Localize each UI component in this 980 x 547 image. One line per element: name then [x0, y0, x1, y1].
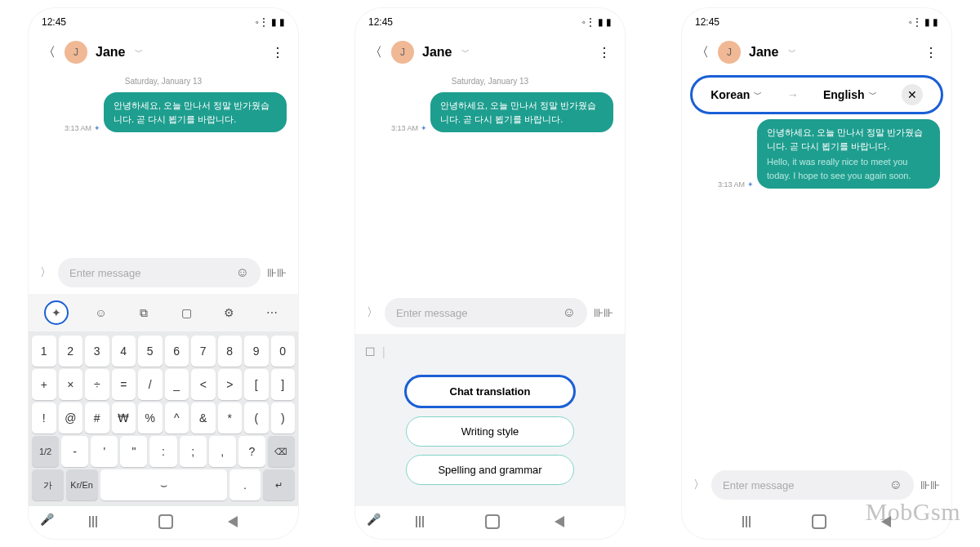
expand-icon[interactable]: 〉	[367, 305, 378, 320]
expand-icon[interactable]: 〉	[693, 478, 705, 492]
clipboard-button[interactable]: ▢	[176, 302, 197, 323]
source-language[interactable]: Korean﹀	[710, 88, 762, 101]
mic-icon[interactable]: 🎤	[40, 513, 54, 526]
back-button[interactable]	[881, 516, 891, 527]
key[interactable]: !	[32, 402, 56, 434]
key[interactable]: ×	[59, 369, 83, 400]
message-bubble[interactable]: 안녕하세요, 오늘 만나서 정말 반가웠습니다. 곧 다시 뵙기를 바랍니다.	[430, 92, 613, 132]
message-input[interactable]: Enter message ☺	[711, 470, 914, 500]
key[interactable]: ,	[209, 436, 236, 467]
contact-name[interactable]: Jane	[96, 45, 125, 60]
home-button[interactable]	[485, 514, 500, 529]
message-input-bar: 〉 Enter message ☺ ⊪⊪	[29, 251, 298, 294]
message-bubble[interactable]: 안녕하세요, 오늘 만나서 정말 반가웠습니다. 곧 다시 뵙기를 바랍니다.	[104, 92, 287, 132]
symbols-page-key[interactable]: 1/2	[32, 436, 59, 467]
avatar[interactable]: J	[391, 41, 414, 64]
key[interactable]: /	[138, 369, 163, 400]
key[interactable]: 3	[85, 336, 109, 367]
chevron-down-icon[interactable]: ﹀	[135, 47, 143, 58]
back-icon[interactable]: 〈	[695, 44, 710, 61]
key[interactable]: (	[244, 402, 269, 434]
recents-button[interactable]	[89, 516, 104, 527]
lang-key-2[interactable]: Kr/En	[66, 469, 98, 500]
recents-button[interactable]	[416, 516, 430, 527]
key[interactable]: 2	[59, 336, 83, 367]
sticker-button[interactable]: ⧉	[133, 302, 154, 323]
recents-button[interactable]	[742, 516, 757, 527]
message-bubble-translated[interactable]: 안녕하세요, 오늘 만나서 정말 반가웠습니다. 곧 다시 뵙기를 바랍니다. …	[757, 119, 940, 189]
close-button[interactable]: ✕	[902, 84, 923, 105]
contact-name[interactable]: Jane	[422, 45, 452, 60]
key[interactable]: 5	[138, 336, 163, 367]
emoji-icon[interactable]: ☺	[563, 305, 576, 320]
emoji-button[interactable]: ☺	[90, 302, 111, 323]
key[interactable]: "	[120, 436, 147, 467]
key[interactable]: ÷	[85, 369, 109, 400]
period-key[interactable]: .	[229, 469, 261, 500]
back-button[interactable]	[555, 516, 564, 527]
key[interactable]: :	[149, 436, 176, 467]
more-button[interactable]: ⋯	[261, 302, 283, 323]
key[interactable]: *	[218, 402, 243, 434]
enter-key[interactable]: ↵	[263, 469, 295, 500]
back-button[interactable]	[228, 516, 238, 527]
voice-record-icon[interactable]: ⊪⊪	[267, 266, 287, 279]
space-key[interactable]: ⌣	[100, 469, 227, 500]
spelling-grammar-button[interactable]: Spelling and grammar	[406, 455, 574, 485]
voice-record-icon[interactable]: ⊪⊪	[594, 306, 613, 319]
back-icon[interactable]: 〈	[42, 44, 56, 61]
expand-icon[interactable]: 〉	[40, 265, 51, 280]
key[interactable]: <	[191, 369, 216, 400]
key[interactable]: %	[138, 402, 163, 434]
key[interactable]: >	[218, 369, 243, 400]
chevron-down-icon[interactable]: ﹀	[461, 47, 470, 58]
keyboard-icon[interactable]: ☐	[365, 345, 376, 358]
key[interactable]: ?	[238, 436, 265, 467]
key[interactable]: &	[191, 402, 216, 434]
key[interactable]: -	[61, 436, 88, 467]
home-button[interactable]	[158, 514, 173, 529]
key[interactable]: 0	[271, 336, 296, 367]
message-input[interactable]: Enter message ☺	[58, 258, 261, 287]
message-input[interactable]: Enter message ☺	[385, 298, 587, 327]
status-bar: 12:45 ◦⋮ ▮ ▮	[355, 8, 625, 33]
emoji-icon[interactable]: ☺	[236, 265, 249, 280]
key[interactable]: ^	[165, 402, 189, 434]
key[interactable]: 9	[244, 336, 269, 367]
key[interactable]: 6	[165, 336, 189, 367]
key[interactable]: 8	[218, 336, 243, 367]
key[interactable]: =	[112, 369, 136, 400]
more-icon[interactable]: ⋮	[270, 45, 285, 60]
key[interactable]: @	[59, 402, 83, 434]
ai-assist-button[interactable]: ✦	[44, 300, 69, 325]
chevron-down-icon[interactable]: ﹀	[788, 47, 796, 58]
target-language[interactable]: English﹀	[823, 88, 877, 101]
back-icon[interactable]: 〈	[368, 44, 383, 61]
lang-key-1[interactable]: 가	[32, 469, 64, 500]
key[interactable]: 1	[32, 336, 56, 367]
settings-button[interactable]: ⚙	[218, 302, 239, 323]
avatar[interactable]: J	[65, 41, 87, 64]
mic-icon[interactable]: 🎤	[367, 513, 381, 526]
chat-translation-button[interactable]: Chat translation	[404, 375, 576, 408]
key[interactable]: )	[271, 402, 296, 434]
key[interactable]: 4	[112, 336, 136, 367]
key[interactable]: 7	[191, 336, 216, 367]
contact-name[interactable]: Jane	[749, 45, 778, 60]
more-icon[interactable]: ⋮	[924, 45, 938, 60]
key[interactable]: _	[165, 369, 189, 400]
key[interactable]: ;	[180, 436, 207, 467]
more-icon[interactable]: ⋮	[597, 45, 612, 60]
key[interactable]: '	[91, 436, 118, 467]
emoji-icon[interactable]: ☺	[889, 478, 902, 492]
key[interactable]: #	[85, 402, 109, 434]
key[interactable]: [	[244, 369, 269, 400]
key[interactable]: ]	[271, 369, 296, 400]
writing-style-button[interactable]: Writing style	[406, 416, 574, 447]
key[interactable]: +	[32, 369, 56, 400]
voice-record-icon[interactable]: ⊪⊪	[920, 478, 940, 491]
avatar[interactable]: J	[718, 41, 741, 64]
key[interactable]: ₩	[112, 402, 136, 434]
home-button[interactable]	[812, 514, 826, 529]
backspace-key[interactable]: ⌫	[268, 436, 295, 467]
